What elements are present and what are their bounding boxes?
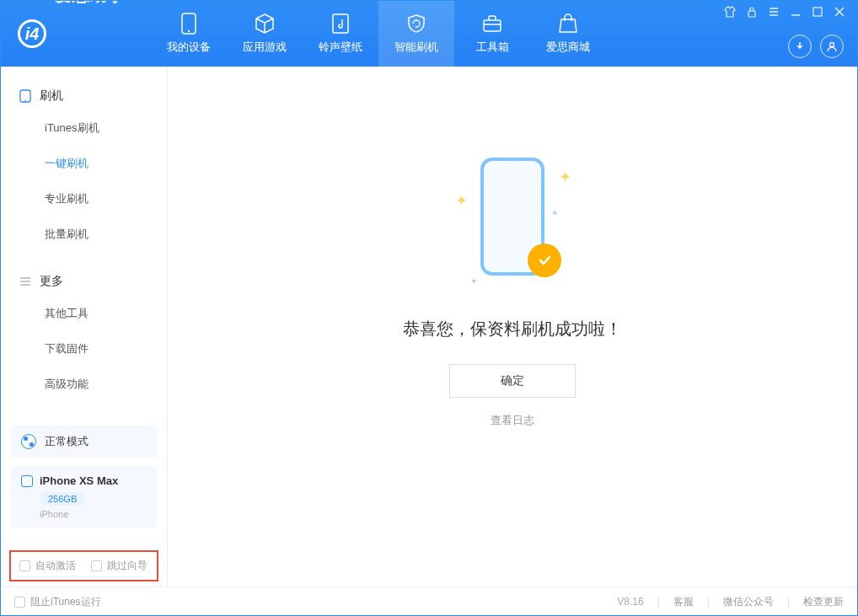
svg-rect-10 — [813, 8, 822, 16]
success-message: 恭喜您，保资料刷机成功啦！ — [403, 318, 622, 340]
phone-icon — [178, 13, 200, 35]
sidebar-header-more[interactable]: 更多 — [1, 267, 167, 296]
sparkle-icon: ✦ — [551, 208, 558, 217]
nav-ringtones-wallpapers[interactable]: 铃声壁纸 — [303, 1, 378, 67]
sidebar-item-itunes-flash[interactable]: iTunes刷机 — [1, 110, 167, 146]
sparkle-icon: ✦ — [455, 191, 468, 210]
user-button[interactable] — [820, 35, 844, 58]
download-button[interactable] — [788, 35, 812, 58]
checkbox-icon — [14, 597, 25, 608]
phone-icon — [21, 475, 33, 487]
device-name: iPhone XS Max — [40, 474, 118, 487]
nav-label: 智能刷机 — [394, 40, 438, 55]
checkbox-icon — [19, 560, 30, 571]
menu-icon[interactable] — [768, 6, 781, 19]
sidebar-group-more: 更多 其他工具 下载固件 高级功能 — [1, 267, 167, 402]
top-nav: 我的设备 应用游戏 铃声壁纸 智能刷机 工具箱 爱思商城 — [151, 1, 606, 67]
nav-label: 工具箱 — [476, 40, 509, 55]
shirt-icon[interactable] — [724, 6, 737, 19]
refresh-shield-icon — [405, 13, 427, 35]
checkbox-auto-activate[interactable]: 自动激活 — [19, 559, 76, 573]
header-action-circles — [788, 35, 844, 58]
view-log-link[interactable]: 查看日志 — [491, 413, 534, 428]
device-type: iPhone — [40, 509, 147, 519]
logo-icon: i4 — [18, 19, 46, 48]
nav-apps-games[interactable]: 应用游戏 — [227, 1, 303, 67]
sidebar-item-pro-flash[interactable]: 专业刷机 — [1, 181, 167, 217]
svg-point-13 — [830, 43, 834, 47]
sparkle-icon: ✦ — [559, 168, 571, 186]
footer-link-wechat[interactable]: 微信公众号 — [723, 595, 774, 609]
sidebar-header-flash[interactable]: 刷机 — [1, 82, 167, 110]
mode-label: 正常模式 — [45, 434, 88, 449]
checkbox-label: 自动激活 — [35, 559, 76, 573]
music-file-icon — [330, 13, 351, 35]
checkbox-stop-itunes[interactable]: 阻止iTunes运行 — [14, 595, 101, 609]
main-content: ✦ ✦ ✦ ✦ 恭喜您，保资料刷机成功啦！ 确定 查看日志 — [168, 67, 857, 587]
device-card[interactable]: iPhone XS Max 256GB iPhone — [11, 466, 157, 528]
sidebar-group-title: 刷机 — [40, 88, 63, 104]
footer-link-update[interactable]: 检查更新 — [803, 595, 844, 609]
svg-rect-3 — [484, 20, 501, 31]
highlighted-options: 自动激活 跳过向导 — [9, 550, 158, 581]
cube-icon — [254, 13, 276, 35]
nav-my-device[interactable]: 我的设备 — [151, 1, 227, 67]
tablet-icon — [19, 89, 31, 103]
footer-link-support[interactable]: 客服 — [673, 595, 694, 609]
app-name: 爱思助手 — [55, 0, 126, 74]
bag-icon — [557, 13, 579, 35]
list-icon — [19, 276, 31, 287]
checkbox-icon — [91, 560, 102, 571]
sparkle-icon: ✦ — [470, 276, 477, 286]
check-badge-icon — [528, 244, 561, 277]
app-header: i4 爱思助手 www.i4.cn 我的设备 应用游戏 铃声壁纸 智能刷机 工具… — [1, 1, 857, 67]
footer: 阻止iTunes运行 V8.16 | 客服 | 微信公众号 | 检查更新 — [1, 587, 857, 616]
sidebar-item-download-firmware[interactable]: 下载固件 — [1, 331, 167, 367]
sidebar-group-title: 更多 — [40, 274, 63, 289]
checkbox-label: 阻止iTunes运行 — [30, 595, 101, 609]
close-icon[interactable] — [834, 6, 847, 19]
nav-label: 我的设备 — [167, 40, 211, 55]
lock-icon[interactable] — [746, 6, 759, 19]
sidebar-item-oneclick-flash[interactable]: 一键刷机 — [1, 146, 167, 181]
maximize-icon[interactable] — [812, 6, 825, 19]
toolbox-icon — [481, 13, 503, 35]
confirm-button[interactable]: 确定 — [449, 364, 576, 398]
checkbox-label: 跳过向导 — [107, 559, 147, 573]
minimize-icon[interactable] — [790, 6, 803, 19]
window-controls — [724, 6, 847, 19]
nav-label: 爱思商城 — [546, 40, 590, 55]
sidebar-group-flash: 刷机 iTunes刷机 一键刷机 专业刷机 批量刷机 — [1, 82, 167, 252]
sidebar-item-other-tools[interactable]: 其他工具 — [1, 296, 167, 331]
normal-mode-icon — [21, 434, 36, 449]
version-label: V8.16 — [617, 596, 643, 608]
svg-rect-2 — [333, 14, 348, 33]
sidebar: 刷机 iTunes刷机 一键刷机 专业刷机 批量刷机 更多 其他工具 下载固件 … — [1, 67, 168, 587]
checkbox-skip-guide[interactable]: 跳过向导 — [91, 559, 147, 573]
nav-label: 铃声壁纸 — [319, 40, 362, 55]
mode-card[interactable]: 正常模式 — [11, 426, 157, 458]
nav-smart-flash[interactable]: 智能刷机 — [378, 1, 454, 67]
app-body: 刷机 iTunes刷机 一键刷机 专业刷机 批量刷机 更多 其他工具 下载固件 … — [1, 67, 857, 587]
nav-label: 应用游戏 — [243, 40, 287, 55]
svg-point-15 — [24, 99, 26, 101]
nav-toolbox[interactable]: 工具箱 — [454, 1, 530, 67]
svg-rect-5 — [748, 11, 755, 17]
sidebar-item-batch-flash[interactable]: 批量刷机 — [1, 217, 167, 252]
device-storage: 256GB — [40, 492, 85, 506]
sidebar-item-advanced[interactable]: 高级功能 — [1, 367, 167, 402]
svg-point-1 — [188, 30, 190, 32]
success-illustration: ✦ ✦ ✦ ✦ — [462, 158, 563, 292]
nav-store[interactable]: 爱思商城 — [530, 1, 606, 67]
